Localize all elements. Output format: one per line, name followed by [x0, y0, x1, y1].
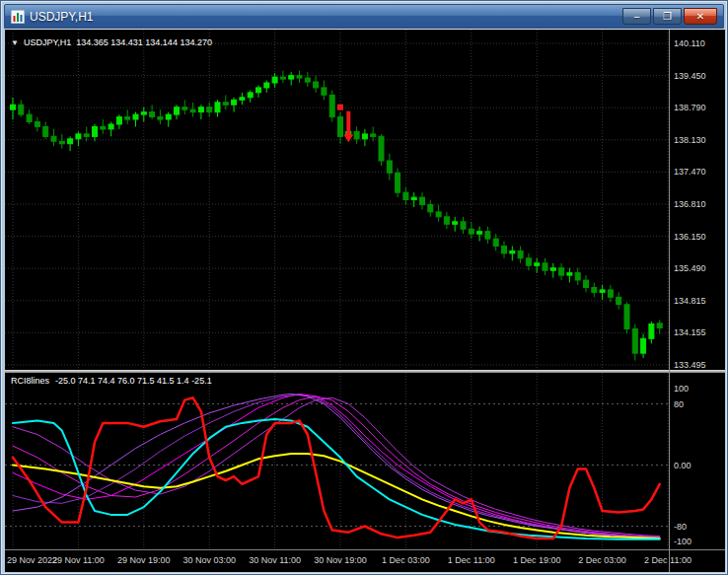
price-axis-label: 134.815 — [674, 296, 706, 306]
window-title: USDJPY,H1 — [30, 10, 93, 24]
indicator-chart[interactable] — [5, 373, 669, 549]
candlesticks — [11, 71, 663, 361]
price-axis-label: 138.790 — [674, 103, 706, 112]
minimize-icon: – — [634, 12, 640, 22]
price-axis-label: 138.130 — [674, 135, 706, 145]
indicator-axis-label: -100 — [674, 537, 692, 546]
client-top-edge — [5, 29, 725, 30]
time-axis-label: 2 Dec 03:00 — [578, 555, 626, 565]
ohlc-legend: ▼ USDJPY,H1 134.365 134.431 134.144 134.… — [11, 37, 212, 47]
time-axis-label: 30 Nov 03:00 — [182, 555, 236, 565]
indicator-name: RCI8lines — [11, 376, 49, 386]
price-axis-label: 136.150 — [674, 232, 706, 242]
price-axis-label: 135.490 — [674, 263, 706, 273]
time-axis-label: 2 Dec 11:00 — [644, 555, 692, 565]
legend-symbol: USDJPY,H1 — [24, 37, 71, 47]
time-axis-label: 1 Dec 11:00 — [448, 555, 495, 565]
price-axis[interactable]: 140.110139.450138.790138.130137.470136.8… — [670, 29, 725, 572]
window-titlebar[interactable]: USDJPY,H1 – ❐ ✕ — [4, 4, 724, 29]
price-axis-label: 133.495 — [674, 360, 706, 370]
time-axis-label: 29 Nov 11:00 — [52, 555, 105, 565]
time-axis-label: 1 Dec 03:00 — [382, 555, 430, 565]
time-axis-label: 1 Dec 19:00 — [513, 555, 561, 565]
price-axis-label: 137.470 — [674, 167, 706, 177]
main-price-chart[interactable] — [5, 30, 669, 370]
price-axis-separator — [669, 29, 670, 572]
window-chart-icon — [11, 10, 25, 24]
time-axis-label: 29 Nov 19:00 — [117, 555, 171, 565]
one-click-trading-arrow[interactable]: ▼ — [11, 38, 19, 47]
chart-client-area: ▼ USDJPY,H1 134.365 134.431 134.144 134.… — [5, 29, 725, 572]
indicator-legend: RCI8lines -25.0 74.1 74.4 76.0 71.5 41.5… — [11, 376, 212, 386]
rci-red — [13, 397, 660, 539]
indicator-values: -25.0 74.1 74.4 76.0 71.5 41.5 1.4 -25.1 — [55, 376, 212, 386]
indicator-axis-label: 80 — [674, 399, 684, 409]
close-button[interactable]: ✕ — [684, 8, 717, 25]
minimize-button[interactable]: – — [622, 8, 651, 25]
panel-divider[interactable] — [5, 370, 725, 373]
legend-ohlc: 134.365 134.431 134.144 134.270 — [76, 37, 212, 47]
indicator-axis-label: 0.00 — [674, 461, 692, 470]
close-icon: ✕ — [696, 12, 704, 22]
price-axis-label: 140.110 — [674, 38, 705, 48]
price-axis-label: 136.810 — [674, 199, 706, 209]
indicator-axis-label: 100 — [674, 384, 689, 394]
window-controls: – ❐ ✕ — [622, 8, 717, 25]
time-axis-label: 29 Nov 2022 — [7, 555, 57, 565]
chart-window: USDJPY,H1 – ❐ ✕ ▼ USDJPY,H1 134.365 134.… — [0, 0, 728, 575]
indicator-axis-label: -80 — [674, 522, 687, 532]
price-axis-label: 134.155 — [674, 327, 706, 337]
maximize-button[interactable]: ❐ — [653, 8, 682, 25]
price-axis-label: 139.450 — [674, 71, 706, 81]
main-grid — [5, 30, 669, 370]
time-axis-label: 30 Nov 11:00 — [249, 555, 301, 565]
time-axis-label: 30 Nov 19:00 — [314, 555, 367, 565]
maximize-icon: ❐ — [663, 12, 672, 22]
time-axis[interactable]: 29 Nov 202229 Nov 11:0029 Nov 19:0030 No… — [5, 549, 725, 572]
